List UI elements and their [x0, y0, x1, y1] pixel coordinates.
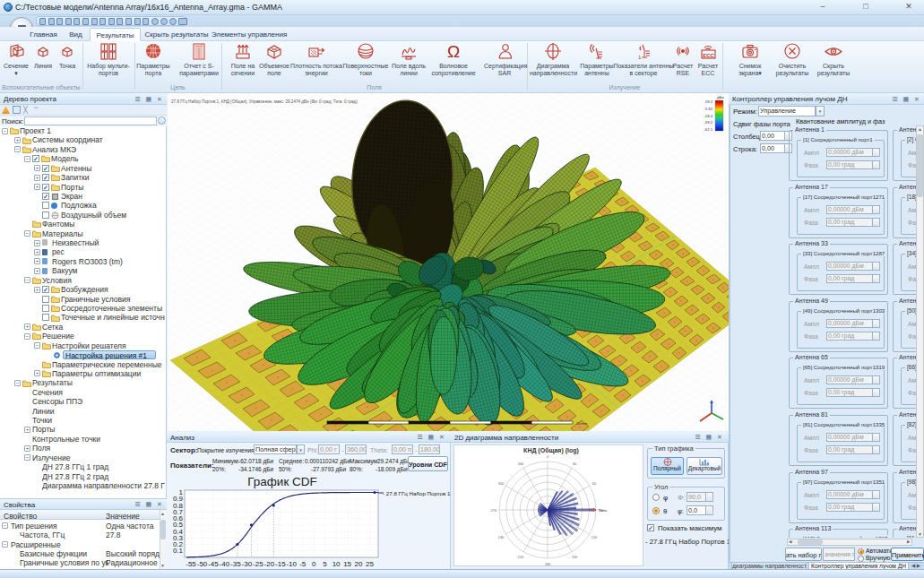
svg-text:- 27.8 ГГц Набор Портов 1: - 27.8 ГГц Набор Портов 1: [383, 490, 451, 496]
svg-text:-10: -10: [286, 560, 297, 568]
svg-text:15: 15: [343, 560, 351, 568]
svg-text:дБи: дБи: [717, 95, 724, 99]
svg-text:-20: -20: [264, 560, 275, 568]
svg-text:270: 270: [491, 508, 497, 513]
svg-text:210: 210: [518, 555, 524, 559]
svg-text:-25: -25: [253, 560, 263, 568]
svg-text:-40: -40: [220, 560, 230, 568]
svg-text:5: 5: [323, 560, 327, 568]
svg-text:240: 240: [498, 535, 505, 539]
svg-text:0: 0: [547, 454, 549, 459]
svg-text:-18.4: -18.4: [704, 114, 712, 118]
svg-text:50 mm: 50 mm: [576, 421, 588, 426]
svg-text:1: 1: [638, 55, 642, 60]
svg-text:29.2: 29.2: [705, 99, 713, 104]
svg-text:-15: -15: [275, 560, 286, 568]
svg-text:1: 1: [179, 489, 184, 496]
svg-text:27.8 ГГц Набор Портов 1, КНД (: 27.8 ГГц Набор Портов 1, КНД (Общая), Уп…: [171, 99, 358, 104]
svg-text:180: 180: [545, 562, 551, 566]
svg-text:150: 150: [572, 555, 578, 559]
svg-text:-62.1: -62.1: [704, 127, 712, 132]
svg-text:60: 60: [592, 481, 597, 486]
svg-text:-39.2: -39.2: [704, 120, 712, 125]
svg-text:-45: -45: [208, 560, 219, 568]
svg-text:5.92: 5.92: [705, 107, 713, 111]
svg-text:Ω: Ω: [447, 43, 460, 61]
svg-text:300: 300: [498, 481, 505, 486]
svg-text:-55: -55: [186, 560, 196, 568]
svg-text:120: 120: [592, 535, 598, 539]
svg-text:Theta: Theta: [598, 508, 608, 513]
svg-text:-30: -30: [242, 560, 253, 568]
svg-text:ECC: ECC: [703, 53, 714, 58]
svg-text:0: 0: [312, 560, 316, 568]
svg-text:-50: -50: [197, 560, 208, 568]
svg-text:330: 330: [518, 462, 524, 466]
svg-text:25: 25: [366, 560, 374, 568]
svg-text:20: 20: [355, 560, 363, 568]
svg-text:-35: -35: [230, 560, 241, 568]
svg-text:-5: -5: [299, 560, 307, 568]
svg-text:30: 30: [573, 462, 577, 466]
svg-text:10: 10: [332, 560, 341, 568]
